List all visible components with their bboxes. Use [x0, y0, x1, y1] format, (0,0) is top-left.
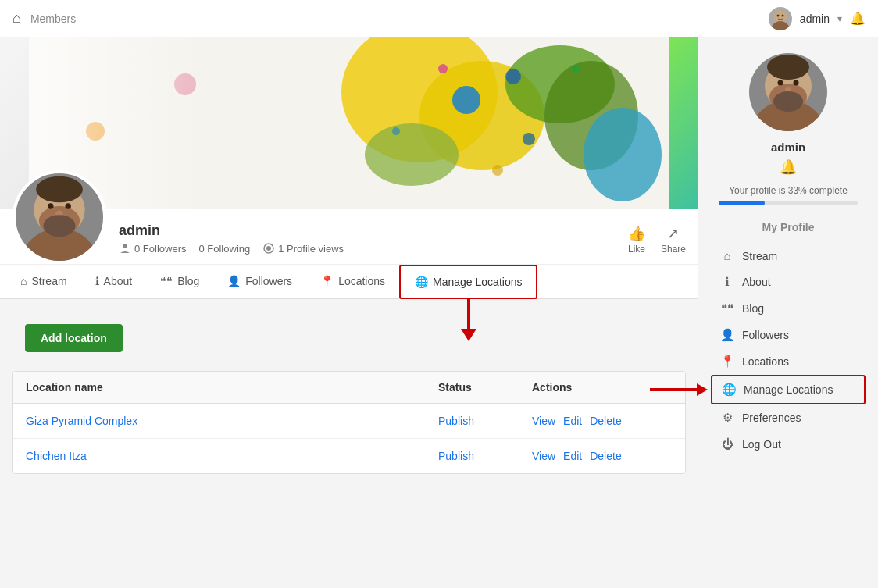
followers-tab-icon: 👤 — [227, 275, 241, 287]
col-status: Status — [438, 381, 532, 394]
stream-nav-icon: ⌂ — [720, 249, 734, 262]
status-2: Publish — [438, 450, 532, 462]
tab-stream[interactable]: ⌂ Stream — [6, 265, 81, 298]
admin-username: admin — [800, 12, 830, 25]
view-link-2[interactable]: View — [532, 450, 555, 462]
sidebar-progress-text: Your profile is 33% complete — [711, 185, 866, 196]
delete-link-2[interactable]: Delete — [590, 450, 621, 462]
blog-tab-icon: ❝❝ — [160, 275, 173, 287]
locations-tab-icon: 📍 — [320, 275, 334, 287]
svg-point-18 — [492, 165, 503, 176]
sidebar-manage-locations-wrapper: 🌐 Manage Locations — [711, 375, 866, 404]
tab-about[interactable]: ℹ About — [81, 265, 147, 298]
home-icon[interactable]: ⌂ — [12, 10, 21, 27]
chevron-down-icon[interactable]: ▾ — [837, 13, 842, 24]
following-count: 0 Following — [198, 243, 250, 255]
svg-point-17 — [392, 127, 400, 135]
svg-point-27 — [43, 215, 75, 237]
profile-tabs: ⌂ Stream ℹ About ❝❝ Blog 👤 Followers 📍 L… — [0, 265, 698, 299]
svg-point-39 — [767, 55, 809, 80]
blog-nav-icon: ❝❝ — [720, 301, 734, 315]
tab-manage-locations[interactable]: 🌐 Manage Locations — [399, 265, 537, 299]
svg-point-16 — [438, 64, 448, 73]
table-row: Chichen Itza Publish View Edit Delete — [13, 439, 685, 473]
profile-avatar — [12, 170, 106, 264]
edit-link-1[interactable]: Edit — [563, 415, 582, 427]
preferences-nav-icon: ⚙ — [720, 411, 734, 425]
cover-banner — [0, 37, 698, 209]
view-link-1[interactable]: View — [532, 415, 555, 427]
svg-point-15 — [365, 123, 459, 186]
location-name-1[interactable]: Giza Pyramid Complex — [26, 415, 438, 427]
svg-point-13 — [523, 133, 535, 145]
my-profile-label: My Profile — [711, 221, 866, 233]
sidebar-item-blog[interactable]: ❝❝ Blog — [711, 295, 866, 322]
profile-name: admin — [119, 223, 603, 239]
svg-point-29 — [123, 244, 127, 248]
sidebar-bell-icon: 🔔 — [711, 159, 866, 176]
row-actions-2: View Edit Delete — [532, 450, 673, 462]
col-location-name: Location name — [26, 381, 438, 394]
svg-point-36 — [794, 80, 799, 86]
profile-section: admin 0 Followers 0 Following 1 Profile … — [0, 209, 698, 265]
svg-point-11 — [452, 86, 480, 114]
nav-right: admin ▾ 🔔 — [769, 7, 866, 30]
add-location-button[interactable]: Add location — [25, 324, 123, 352]
about-nav-icon: ℹ — [720, 275, 734, 289]
location-name-2[interactable]: Chichen Itza — [26, 450, 438, 462]
svg-point-38 — [773, 91, 803, 112]
status-1: Publish — [438, 415, 532, 427]
sidebar-username: admin — [711, 141, 866, 154]
like-button[interactable]: 👍 Like — [628, 225, 645, 255]
locations-nav-icon: 📍 — [720, 355, 734, 369]
sidebar-progress-bar — [719, 201, 858, 205]
sidebar-progress-fill — [719, 201, 765, 205]
logout-nav-icon: ⏻ — [720, 437, 734, 451]
svg-point-28 — [36, 176, 83, 203]
stream-tab-icon: ⌂ — [20, 275, 27, 287]
sidebar-item-followers[interactable]: 👤 Followers — [711, 322, 866, 348]
content-area: admin 0 Followers 0 Following 1 Profile … — [0, 37, 698, 474]
table-header: Location name Status Actions — [13, 372, 685, 404]
members-breadcrumb: Members — [30, 12, 76, 25]
main-layout: admin 0 Followers 0 Following 1 Profile … — [0, 37, 878, 474]
tab-followers[interactable]: 👤 Followers — [213, 265, 306, 298]
locations-table: Location name Status Actions Giza Pyrami… — [12, 371, 686, 474]
table-row: Giza Pyramid Complex Publish View Edit D… — [13, 404, 685, 439]
followers-count: 0 Followers — [119, 242, 186, 255]
sidebar-item-preferences[interactable]: ⚙ Preferences — [711, 404, 866, 431]
tab-blog[interactable]: ❝❝ Blog — [146, 265, 213, 298]
svg-point-1 — [771, 21, 790, 30]
svg-point-25 — [65, 203, 70, 208]
manage-locations-nav-icon: 🌐 — [722, 383, 736, 397]
sidebar-avatar — [749, 53, 827, 131]
edit-link-2[interactable]: Edit — [563, 450, 582, 462]
tab-locations[interactable]: 📍 Locations — [306, 265, 399, 298]
svg-point-12 — [505, 69, 521, 84]
user-avatar-small — [769, 7, 792, 30]
sidebar-item-logout[interactable]: ⏻ Log Out — [711, 431, 866, 457]
manage-locations-tab-icon: 🌐 — [415, 276, 428, 288]
svg-point-24 — [48, 203, 53, 208]
share-button[interactable]: ↗ Share — [661, 225, 686, 255]
sidebar-item-locations[interactable]: 📍 Locations — [711, 348, 866, 375]
delete-link-1[interactable]: Delete — [590, 415, 621, 427]
col-actions: Actions — [532, 381, 673, 394]
like-icon: 👍 — [628, 225, 645, 242]
sidebar: admin 🔔 Your profile is 33% complete My … — [698, 37, 878, 474]
share-icon: ↗ — [667, 225, 679, 242]
top-navigation: ⌂ Members admin ▾ 🔔 — [0, 0, 878, 37]
about-tab-icon: ℹ — [95, 275, 99, 287]
sidebar-item-manage-locations[interactable]: 🌐 Manage Locations — [711, 375, 866, 404]
notification-bell-icon[interactable]: 🔔 — [850, 11, 866, 26]
svg-point-19 — [572, 65, 580, 73]
sidebar-item-about[interactable]: ℹ About — [711, 269, 866, 295]
svg-point-35 — [778, 80, 783, 86]
profile-actions: 👍 Like ↗ Share — [616, 216, 698, 264]
svg-point-30 — [266, 246, 271, 251]
svg-point-14 — [584, 108, 662, 201]
followers-nav-icon: 👤 — [720, 328, 734, 342]
sidebar-item-stream[interactable]: ⌂ Stream — [711, 243, 866, 269]
svg-point-0 — [774, 10, 787, 23]
profile-meta: 0 Followers 0 Following 1 Profile views — [119, 242, 603, 255]
